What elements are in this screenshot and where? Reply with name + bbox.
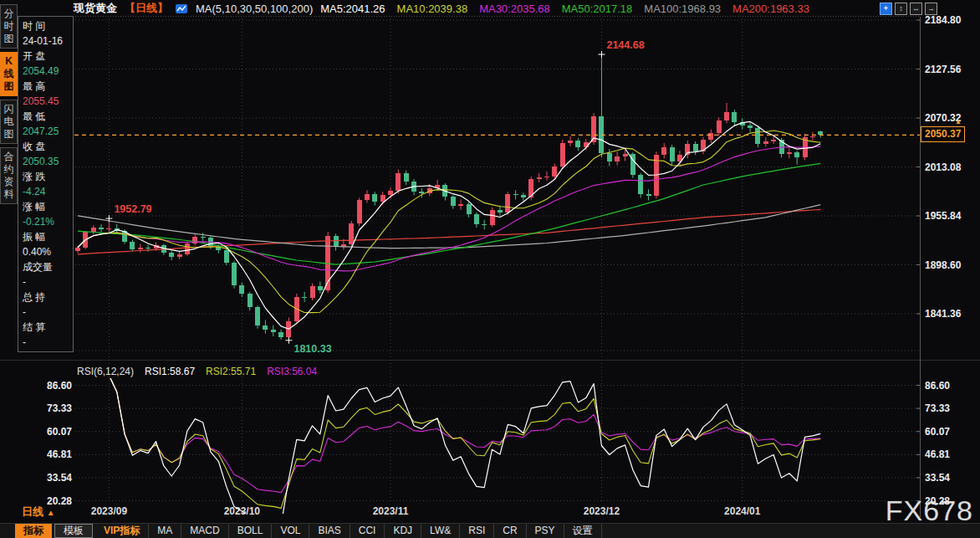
candle — [490, 210, 495, 225]
sidebar-tab-fenshitu[interactable]: 分时图 — [0, 4, 18, 49]
price-axis-label: 1955.84 — [925, 210, 962, 222]
info-label: 最 低 — [23, 109, 73, 124]
candle — [810, 136, 815, 137]
price-marker-icon: ▲ — [955, 118, 962, 126]
footer-tab-PSY[interactable]: PSY — [527, 524, 564, 538]
candle — [334, 236, 339, 246]
candle — [138, 248, 143, 249]
candle — [263, 325, 268, 330]
ma-value-label: MA5:2041.26 — [320, 3, 385, 15]
footer-tab-RSI[interactable]: RSI — [460, 524, 494, 538]
footer-tab-MA[interactable]: MA — [149, 524, 181, 538]
candle — [474, 214, 479, 224]
ma-value-label: MA200:1963.33 — [732, 3, 809, 15]
rsi-value-label: RSI3:56.04 — [267, 366, 317, 377]
footer-tab-指标[interactable]: 指标 — [15, 524, 52, 538]
candle — [458, 204, 463, 206]
info-value: 2050.35 — [23, 154, 73, 169]
candle — [708, 133, 713, 140]
candle — [106, 228, 111, 229]
indicator-tab-bar: 指标模板VIP指标MAMACDBOLLVOLBIASCCIKDJLW&RSICR… — [0, 523, 980, 538]
info-label: 结 算 — [23, 320, 73, 335]
rsi-axis-label-left: 33.54 — [47, 472, 72, 484]
candle — [451, 197, 456, 205]
candle — [318, 286, 323, 290]
candle — [755, 128, 760, 144]
candle — [560, 143, 565, 167]
chart-header: 现货黄金 【日线】 MA(5,10,30,50,100,200) MA5:204… — [74, 0, 809, 17]
candle — [365, 194, 370, 200]
info-value: 0.40% — [23, 244, 73, 259]
chart-canvas[interactable]: 2184.802127.562070.322013.081955.841898.… — [0, 0, 980, 538]
footer-tab-模板[interactable]: 模板 — [54, 524, 93, 538]
footer-tab-KDJ[interactable]: KDJ — [385, 524, 421, 538]
candle — [787, 152, 792, 154]
candle — [145, 248, 151, 249]
instrument-title: 现货黄金 — [74, 1, 117, 16]
candle — [91, 228, 96, 232]
info-label: 振 幅 — [23, 229, 73, 244]
candle — [130, 242, 135, 249]
ma-config-label: MA(5,10,30,50,100,200) — [196, 3, 313, 15]
candle — [623, 154, 628, 156]
candle — [498, 210, 503, 213]
info-value: - — [23, 335, 73, 350]
footer-tab-设置[interactable]: 设置 — [564, 524, 602, 538]
axis-pan-icon[interactable]: ↔ — [910, 3, 922, 15]
period-selector[interactable]: 日线 ▲ — [22, 505, 55, 520]
rsi-axis-label-right: 73.33 — [925, 402, 950, 414]
footer-tab-LW&[interactable]: LW& — [421, 524, 460, 538]
price-axis-label: 1898.60 — [925, 259, 962, 271]
rsi-axis-label-left: 86.60 — [47, 380, 72, 392]
candle — [521, 195, 526, 197]
info-label: 总 持 — [23, 289, 73, 305]
ma-line — [78, 131, 820, 313]
axis-shift-icon[interactable]: → — [925, 3, 937, 15]
candle — [232, 263, 237, 285]
candle — [552, 167, 557, 177]
period-tag: 【日线】 — [125, 1, 168, 16]
ma-value-label: MA100:1968.93 — [644, 3, 721, 15]
price-annotation: 2144.68 — [606, 39, 644, 51]
sidebar-tab-shandiantu[interactable]: 闪电图 — [0, 100, 18, 144]
candle — [419, 192, 424, 193]
candle — [255, 307, 260, 325]
candle — [607, 153, 612, 161]
info-value: 2047.25 — [23, 124, 73, 139]
crosshair-icon[interactable]: + — [880, 3, 892, 15]
sidebar-tab-kxiantu[interactable]: K线图 — [0, 52, 18, 96]
rsi-axis-label-right: 60.07 — [925, 426, 950, 438]
date-axis-label: 2023/12 — [584, 505, 620, 517]
footer-tab-MACD[interactable]: MACD — [181, 524, 228, 538]
watermark: FX678 — [886, 494, 973, 527]
candle — [748, 126, 753, 128]
candle — [482, 224, 487, 225]
candle — [794, 152, 799, 157]
footer-tab-BOLL[interactable]: BOLL — [229, 524, 273, 538]
rsi-axis-label-left: 46.81 — [47, 448, 72, 460]
rsi-axis-label-right: 33.54 — [925, 472, 950, 484]
info-value: 2054.49 — [23, 64, 73, 79]
ma-values: MA5:2041.26MA10:2039.38MA30:2035.68MA50:… — [320, 3, 809, 15]
footer-tab-VOL[interactable]: VOL — [272, 524, 309, 538]
candle — [717, 120, 722, 132]
candle — [239, 285, 244, 294]
sidebar-tab-heyueziliao[interactable]: 合约资料 — [0, 147, 18, 204]
rsi-value-label: RSI2:55.71 — [206, 366, 256, 377]
footer-tab-VIP指标[interactable]: VIP指标 — [95, 524, 149, 538]
candle — [615, 156, 620, 161]
footer-tab-CR[interactable]: CR — [494, 524, 526, 538]
candle — [349, 223, 354, 244]
quote-info-panel: 时 间24-01-16开 盘2054.49最 高2055.45最 低2047.2… — [18, 16, 74, 352]
candle — [372, 194, 377, 202]
price-axis-label: 1841.36 — [925, 308, 962, 320]
candle — [638, 175, 643, 195]
info-value: -0.21% — [23, 214, 73, 229]
info-label: 涨 幅 — [23, 199, 73, 214]
axis-scale-icon[interactable]: ↕ — [895, 3, 907, 15]
candle — [661, 147, 666, 155]
info-value: - — [23, 274, 73, 289]
rsi-header: RSI(6,12,24) RSI1:58.67RSI2:55.71RSI3:56… — [77, 366, 317, 377]
footer-tab-CCI[interactable]: CCI — [350, 524, 385, 538]
footer-tab-BIAS[interactable]: BIAS — [309, 524, 350, 538]
